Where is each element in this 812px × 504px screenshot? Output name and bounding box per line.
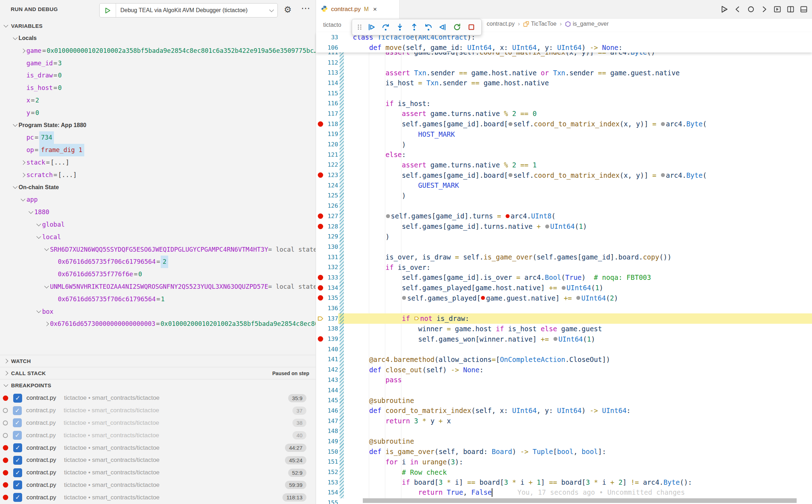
breakpoint-row[interactable]: ✓contract.pytictactoe • smart_contracts/… bbox=[0, 467, 316, 479]
breakpoint-gutter[interactable] bbox=[316, 98, 325, 109]
line-number[interactable]: 143 bbox=[325, 377, 338, 383]
code-line-119[interactable]: 119 HOST_MARK bbox=[316, 129, 812, 140]
line-number[interactable]: 125 bbox=[325, 192, 338, 199]
tree-row-srh6d7xu2n6wqq5ssydqfg5eso6jweqidpglugycpg[interactable]: SRH6D7XU2N6WQQ5SSYDQFG5ESO6JWEQIDPGLUGYC… bbox=[0, 243, 316, 256]
breakpoint-gutter[interactable] bbox=[316, 385, 325, 395]
code-line-147[interactable]: 147 return 3 * y + x bbox=[316, 416, 812, 426]
code-line-114[interactable]: 114 is_host = Txn.sender == game.host.na… bbox=[316, 78, 812, 88]
breakpoint-gutter[interactable] bbox=[316, 405, 325, 416]
inline-breakpoint-dot-icon[interactable] bbox=[508, 173, 512, 177]
code-line-146[interactable]: 146 def coord_to_matrix_index(self, x: U… bbox=[316, 405, 812, 416]
breakpoint-gutter[interactable] bbox=[316, 313, 325, 324]
breakpoint-gutter[interactable] bbox=[316, 447, 325, 457]
breakpoint-gutter[interactable] bbox=[316, 221, 325, 232]
line-number[interactable]: 130 bbox=[325, 243, 338, 250]
tree-row-local[interactable]: local bbox=[0, 231, 316, 243]
breakpoint-gutter[interactable] bbox=[316, 201, 325, 211]
code-text[interactable]: def close_out(self) -> None: bbox=[353, 366, 483, 374]
code-text[interactable]: if is_host: bbox=[353, 100, 430, 107]
breakpoint-gutter[interactable] bbox=[316, 150, 325, 160]
inline-breakpoint-dot-icon[interactable] bbox=[506, 214, 510, 218]
code-line-154[interactable]: 154 return True, FalseYou, 17 seconds ag… bbox=[316, 488, 812, 498]
line-number[interactable]: 33 bbox=[325, 34, 338, 41]
split-editor-icon[interactable] bbox=[787, 5, 795, 13]
line-number[interactable]: 141 bbox=[325, 356, 338, 363]
code-text[interactable]: GUEST_MARK bbox=[353, 181, 459, 189]
line-number[interactable]: 124 bbox=[325, 182, 338, 189]
tree-row-0x67616d65735f776f6e[interactable]: 0x67616d65735f776f6e = 0 bbox=[0, 268, 316, 281]
tree-row-program-state-app-1880[interactable]: Program State: App 1880 bbox=[0, 119, 316, 132]
inline-breakpoint-dot-icon[interactable] bbox=[481, 296, 485, 300]
tree-row-op[interactable]: op = frame_dig 1 bbox=[0, 144, 316, 156]
stop-button[interactable] bbox=[464, 20, 478, 34]
breakpoint-checkbox[interactable]: ✓ bbox=[13, 443, 22, 452]
code-text[interactable]: assert Txn.sender == game.host.native or… bbox=[353, 69, 680, 77]
horizontal-scrollbar[interactable] bbox=[363, 498, 797, 503]
tree-row-app[interactable]: app bbox=[0, 193, 316, 206]
breakpoint-gutter[interactable] bbox=[316, 344, 325, 354]
breakpoint-gutter[interactable] bbox=[316, 364, 325, 375]
breakpoint-gutter[interactable] bbox=[316, 242, 325, 252]
code-text[interactable]: winner = game.host if is_host else game.… bbox=[353, 325, 602, 333]
breakpoint-gutter[interactable] bbox=[316, 498, 325, 504]
code-line-115[interactable]: 115 bbox=[316, 88, 812, 99]
line-number[interactable]: 131 bbox=[325, 254, 338, 261]
line-number[interactable]: 142 bbox=[325, 366, 338, 373]
inline-breakpoint-dot-icon[interactable] bbox=[508, 122, 512, 126]
breakpoint-gutter[interactable] bbox=[316, 303, 325, 313]
breakpoint-dot-icon[interactable] bbox=[318, 224, 323, 229]
line-number[interactable]: 115 bbox=[325, 90, 338, 97]
breakpoint-gutter[interactable] bbox=[316, 119, 325, 129]
line-number[interactable]: 139 bbox=[325, 336, 338, 342]
code-text[interactable]: self.games[game_id].is_over = arc4.Bool(… bbox=[353, 273, 651, 281]
breakpoint-gutter[interactable] bbox=[316, 231, 325, 242]
breadcrumb-item-contract-py[interactable]: contract.py bbox=[487, 21, 515, 27]
breakpoint-gutter[interactable] bbox=[316, 191, 325, 201]
breakpoint-gutter[interactable] bbox=[316, 272, 325, 283]
tree-row-box[interactable]: box bbox=[0, 306, 316, 318]
breakpoint-gutter[interactable] bbox=[316, 88, 325, 99]
code-text[interactable]: self.games[game_id].board[self.coord_to_… bbox=[353, 171, 707, 179]
tree-row-0x67616d65735f706c61796564[interactable]: 0x67616d65735f706c61796564 = 2 bbox=[0, 256, 316, 268]
line-number[interactable]: 127 bbox=[325, 213, 338, 220]
breakpoint-gutter[interactable] bbox=[316, 426, 325, 436]
breakpoint-gutter[interactable] bbox=[316, 467, 325, 477]
code-line-125[interactable]: 125 ) bbox=[316, 191, 812, 201]
breakpoint-gutter[interactable] bbox=[316, 180, 325, 191]
breakpoint-gutter[interactable] bbox=[316, 488, 325, 498]
inline-breakpoint-dot-icon[interactable] bbox=[386, 214, 390, 218]
line-number[interactable]: 121 bbox=[325, 151, 338, 158]
breakpoint-gutter[interactable] bbox=[316, 457, 325, 467]
run-icon[interactable] bbox=[720, 5, 728, 14]
breakpoint-dot-icon[interactable] bbox=[318, 336, 323, 342]
line-number[interactable]: 144 bbox=[325, 387, 338, 394]
breakpoint-gutter[interactable] bbox=[316, 78, 325, 88]
breakpoint-dot-icon[interactable] bbox=[318, 295, 323, 301]
drag-handle[interactable] bbox=[355, 20, 364, 34]
code-line-150[interactable]: 150 def is_game_over(self, board: Board)… bbox=[316, 447, 812, 457]
code-text[interactable]: HOST_MARK bbox=[353, 130, 455, 138]
breakpoint-gutter[interactable] bbox=[316, 139, 325, 150]
tree-row-on-chain-state[interactable]: On-chain State bbox=[0, 181, 316, 194]
tree-row-game-id[interactable]: game_id = 3 bbox=[0, 57, 316, 70]
tree-row-locals[interactable]: Locals bbox=[0, 32, 316, 45]
line-number[interactable]: 118 bbox=[325, 121, 338, 127]
line-number[interactable]: 106 bbox=[325, 44, 338, 51]
inline-breakpoint-dot-icon[interactable] bbox=[553, 337, 557, 341]
breakpoint-gutter[interactable] bbox=[316, 129, 325, 140]
code-line-141[interactable]: 141 @arc4.baremethod(allow_actions=[OnCo… bbox=[316, 354, 812, 365]
continue-button[interactable] bbox=[364, 20, 379, 34]
line-number[interactable]: 116 bbox=[325, 100, 338, 107]
code-text[interactable]: assert game.turns.native % 2 == 0 bbox=[353, 110, 537, 117]
code-line-151[interactable]: 151 for i in urange(3): bbox=[316, 457, 812, 467]
line-number[interactable]: 137 bbox=[325, 315, 338, 322]
line-number[interactable]: 152 bbox=[325, 469, 338, 475]
tree-row-x[interactable]: x = 2 bbox=[0, 94, 316, 107]
line-number[interactable]: 114 bbox=[325, 80, 338, 86]
breakpoint-checkbox[interactable]: ✓ bbox=[13, 456, 22, 465]
code-line-136[interactable]: 136 bbox=[316, 303, 812, 313]
gear-icon[interactable]: ⚙︎ bbox=[284, 5, 292, 15]
open-preview-icon[interactable] bbox=[773, 5, 781, 13]
line-number[interactable]: 126 bbox=[325, 202, 338, 209]
breakpoint-gutter[interactable] bbox=[316, 293, 325, 303]
